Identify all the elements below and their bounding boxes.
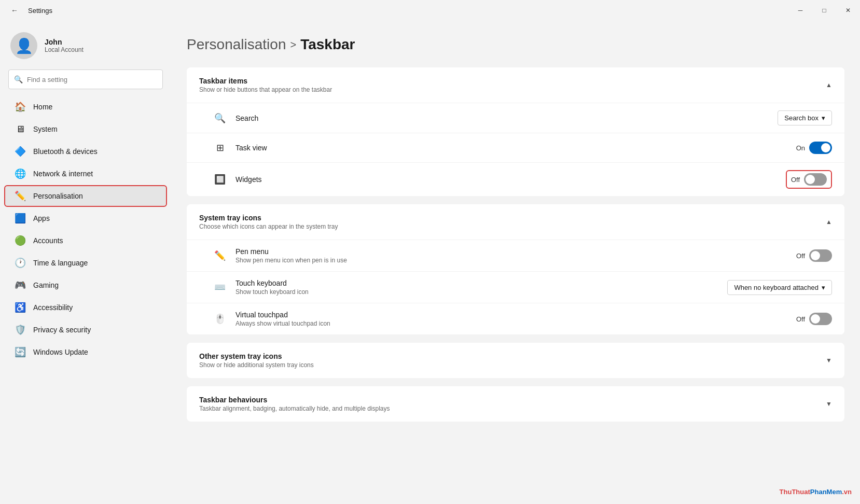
pen-menu-desc: Show pen menu icon when pen is in use — [235, 257, 796, 264]
pen-menu-toggle[interactable] — [809, 249, 832, 262]
pen-menu-row: ✏️ Pen menu Show pen menu icon when pen … — [187, 240, 844, 271]
system-icon: 🖥 — [15, 123, 26, 135]
search-row-control: Search box ▾ — [778, 110, 832, 125]
sidebar-item-home[interactable]: 🏠 Home — [4, 96, 167, 118]
sidebar-item-label: Accessibility — [33, 303, 73, 312]
sidebar-item-system[interactable]: 🖥 System — [4, 118, 167, 140]
task-view-toggle[interactable] — [809, 142, 832, 154]
user-profile[interactable]: 👤 John Local Account — [0, 26, 171, 69]
taskbar-behaviours-title: Taskbar behaviours — [199, 396, 390, 404]
task-view-label: Task view — [235, 144, 796, 152]
sidebar-item-gaming[interactable]: 🎮 Gaming — [4, 274, 167, 296]
sidebar-item-label: Apps — [33, 214, 50, 222]
sidebar: 👤 John Local Account 🔍 🏠 Home 🖥 System 🔷… — [0, 21, 171, 504]
time-icon: 🕐 — [15, 257, 26, 269]
sidebar-item-windows-update[interactable]: 🔄 Windows Update — [4, 341, 167, 363]
apps-icon: 🟦 — [15, 213, 26, 224]
other-tray-card: Other system tray icons Show or hide add… — [187, 343, 844, 378]
titlebar-left: ← Settings — [6, 2, 52, 19]
virtual-touchpad-desc: Always show virtual touchpad icon — [235, 320, 796, 327]
widgets-control: Off — [786, 170, 832, 189]
touch-keyboard-control: When no keyboard attached ▾ — [727, 280, 832, 295]
breadcrumb-current: Taskbar — [300, 36, 355, 53]
sidebar-item-label: Windows Update — [33, 348, 88, 356]
taskbar-items-title: Taskbar items — [199, 77, 332, 85]
dropdown-chevron-icon: ▾ — [822, 114, 825, 122]
system-tray-chevron: ▲ — [826, 218, 832, 226]
search-container: 🔍 — [0, 69, 171, 95]
virtual-touchpad-toggle[interactable] — [809, 313, 832, 325]
touch-keyboard-desc: Show touch keyboard icon — [235, 288, 727, 296]
back-button[interactable]: ← — [6, 2, 23, 19]
touch-keyboard-chevron-icon: ▾ — [822, 284, 825, 291]
breadcrumb: Personalisation > Taskbar — [187, 36, 844, 53]
search-row-icon: 🔍 — [213, 111, 227, 125]
minimize-button[interactable]: ─ — [788, 0, 812, 21]
home-icon: 🏠 — [15, 101, 26, 113]
virtual-touchpad-icon: 🖱️ — [213, 312, 227, 326]
task-view-control: On — [796, 142, 832, 154]
search-input[interactable] — [27, 76, 157, 83]
app-container: 👤 John Local Account 🔍 🏠 Home 🖥 System 🔷… — [0, 21, 860, 504]
pen-menu-label: Pen menu — [235, 247, 796, 256]
search-row-label: Search — [235, 114, 778, 122]
virtual-touchpad-label: Virtual touchpad — [235, 311, 796, 319]
content-area: Personalisation > Taskbar Taskbar items … — [171, 21, 860, 504]
widgets-state-label: Off — [791, 176, 800, 184]
app-title: Settings — [28, 7, 52, 15]
close-button[interactable]: ✕ — [836, 0, 860, 21]
user-info: John Local Account — [45, 38, 84, 53]
search-dropdown[interactable]: Search box ▾ — [778, 110, 832, 125]
other-tray-chevron: ▼ — [826, 357, 832, 364]
other-tray-header[interactable]: Other system tray icons Show or hide add… — [187, 343, 844, 378]
taskbar-items-header[interactable]: Taskbar items Show or hide buttons that … — [187, 67, 844, 103]
sidebar-item-label: Personalisation — [33, 192, 83, 200]
touch-keyboard-dropdown[interactable]: When no keyboard attached ▾ — [727, 280, 832, 295]
sidebar-item-privacy[interactable]: 🛡️ Privacy & security — [4, 319, 167, 341]
pen-menu-toggle-thumb — [811, 251, 820, 260]
other-tray-subtitle: Show or hide additional system tray icon… — [199, 361, 314, 369]
accessibility-icon: ♿ — [15, 302, 26, 313]
sidebar-item-personalisation[interactable]: ✏️ Personalisation — [4, 185, 167, 207]
sidebar-item-label: Accounts — [33, 236, 63, 245]
sidebar-item-apps[interactable]: 🟦 Apps — [4, 207, 167, 229]
pen-menu-icon: ✏️ — [213, 248, 227, 263]
search-icon: 🔍 — [14, 75, 23, 83]
personalisation-icon: ✏️ — [15, 190, 26, 202]
sidebar-item-label: Home — [33, 103, 52, 111]
touch-keyboard-label: Touch keyboard — [235, 279, 727, 287]
search-box[interactable]: 🔍 — [8, 69, 163, 89]
widgets-label: Widgets — [235, 175, 786, 184]
breadcrumb-separator: > — [290, 39, 296, 51]
widgets-toggle[interactable] — [804, 173, 827, 186]
virtual-touchpad-state-label: Off — [796, 315, 805, 323]
maximize-button[interactable]: □ — [812, 0, 836, 21]
touch-keyboard-row: ⌨️ Touch keyboard Show touch keyboard ic… — [187, 271, 844, 303]
taskbar-behaviours-subtitle: Taskbar alignment, badging, automaticall… — [199, 405, 390, 412]
sidebar-item-time[interactable]: 🕐 Time & language — [4, 252, 167, 274]
privacy-icon: 🛡️ — [15, 324, 26, 335]
network-icon: 🌐 — [15, 168, 26, 179]
sidebar-item-bluetooth[interactable]: 🔷 Bluetooth & devices — [4, 141, 167, 162]
search-row: 🔍 Search Search box ▾ — [187, 103, 844, 133]
system-tray-header[interactable]: System tray icons Choose which icons can… — [187, 204, 844, 240]
sidebar-item-accounts[interactable]: 🟢 Accounts — [4, 230, 167, 251]
sidebar-item-network[interactable]: 🌐 Network & internet — [4, 163, 167, 185]
widgets-icon: 🔲 — [213, 172, 227, 187]
gaming-icon: 🎮 — [15, 279, 26, 291]
taskbar-behaviours-card: Taskbar behaviours Taskbar alignment, ba… — [187, 386, 844, 422]
breadcrumb-parent: Personalisation — [187, 36, 286, 53]
task-view-row: ⊞ Task view On — [187, 133, 844, 162]
taskbar-behaviours-header[interactable]: Taskbar behaviours Taskbar alignment, ba… — [187, 386, 844, 422]
avatar: 👤 — [10, 32, 37, 59]
watermark: ThuThuatPhanMem.vn — [780, 488, 852, 496]
system-tray-card: System tray icons Choose which icons can… — [187, 204, 844, 334]
taskbar-items-card: Taskbar items Show or hide buttons that … — [187, 67, 844, 196]
windows-update-icon: 🔄 — [15, 346, 26, 358]
sidebar-item-accessibility[interactable]: ♿ Accessibility — [4, 297, 167, 318]
task-view-icon: ⊞ — [213, 141, 227, 155]
other-tray-title: Other system tray icons — [199, 352, 314, 360]
bluetooth-icon: 🔷 — [15, 146, 26, 157]
taskbar-items-chevron: ▲ — [826, 81, 832, 89]
titlebar: ← Settings ─ □ ✕ — [0, 0, 860, 21]
